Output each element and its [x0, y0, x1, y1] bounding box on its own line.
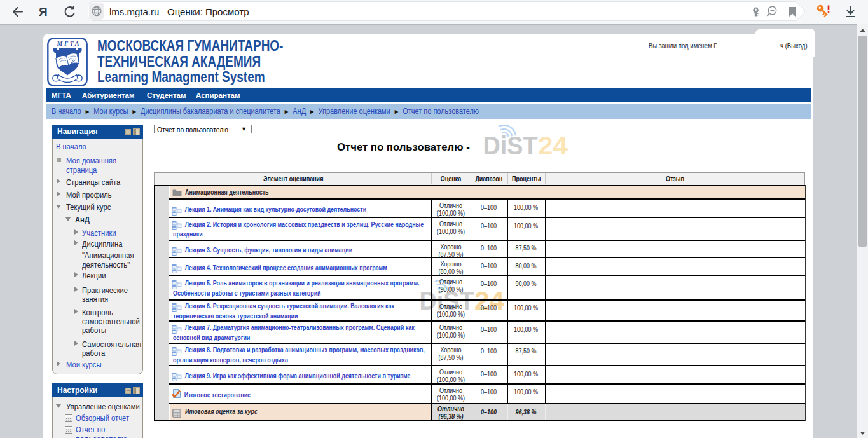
- svg-text:DiST: DiST: [483, 131, 538, 158]
- svg-text:24: 24: [538, 131, 568, 158]
- svg-text:Я: Я: [39, 5, 48, 18]
- svg-text:МГТА: МГТА: [57, 40, 81, 47]
